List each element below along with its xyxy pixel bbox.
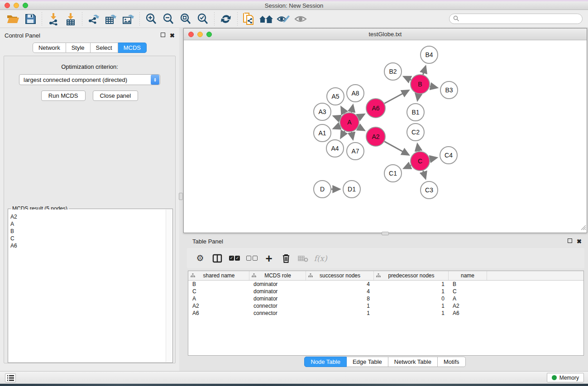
column-header-predecessor-nodes[interactable]: predecessor nodes (374, 271, 449, 280)
clone-network-icon[interactable] (240, 11, 258, 27)
delete-column-icon[interactable] (279, 252, 293, 265)
graph-edge-B-B3[interactable] (430, 86, 437, 87)
graph-edge-A-A7[interactable] (351, 132, 353, 139)
memory-label: Memory (559, 375, 579, 381)
open-session-icon[interactable] (5, 11, 22, 27)
cell-MCDS-role: connector (249, 310, 306, 316)
close-panel-button[interactable]: Close panel (93, 91, 139, 101)
column-header-MCDS-role[interactable]: MCDS role (249, 271, 306, 280)
float-table-panel-icon[interactable] (568, 238, 572, 244)
cell-successor-nodes: 4 (306, 288, 374, 295)
tab-node-table[interactable]: Node Table (304, 357, 347, 367)
result-scrollbar[interactable] (166, 210, 172, 362)
graph-edge-B-B4[interactable] (423, 67, 425, 75)
import-table-icon[interactable] (62, 11, 79, 27)
export-image-icon[interactable] (120, 11, 137, 27)
graph-edge-A-A2[interactable] (358, 127, 364, 130)
graph-edge-A2-C[interactable] (384, 142, 408, 155)
table-row[interactable]: Adominator80A (188, 295, 583, 302)
graph-edge-C-C2[interactable] (417, 144, 418, 152)
show-hide-graphics-icon[interactable] (275, 11, 292, 27)
network-window-titlebar[interactable]: testGlobe.txt (184, 29, 587, 40)
memory-button[interactable]: Memory (547, 373, 584, 382)
zoom-fit-icon[interactable] (177, 11, 194, 27)
cell-successor-nodes: 8 (306, 295, 374, 302)
column-layout-icon[interactable] (210, 252, 224, 265)
graph-node-label: D (320, 186, 325, 193)
graph-node-label: B3 (445, 86, 453, 94)
graph-edge-C-C3[interactable] (423, 171, 425, 178)
column-type-icon (376, 272, 381, 279)
graph-edge-A-A3[interactable] (334, 116, 340, 119)
gear-icon[interactable]: ⚙ (193, 252, 207, 265)
result-item[interactable]: B (10, 228, 164, 235)
run-mcds-button[interactable]: Run MCDS (41, 91, 86, 101)
task-history-button[interactable] (5, 373, 16, 382)
graph-node-label: A4 (331, 145, 339, 152)
vertical-split-handle[interactable] (179, 193, 183, 200)
tab-style[interactable]: Style (66, 43, 91, 53)
save-session-icon[interactable] (22, 11, 39, 27)
result-item[interactable]: C (10, 235, 164, 242)
mcds-panel: Optimization criterion: largest connecte… (4, 56, 176, 363)
network-window-title: testGlobe.txt (184, 31, 587, 38)
deselect-all-icon[interactable] (245, 252, 258, 265)
show-eye-icon[interactable] (292, 11, 309, 27)
status-bar: Memory (0, 371, 588, 384)
desktop-background (0, 384, 588, 386)
graph-edge-A-A1[interactable] (334, 126, 340, 129)
column-header-name[interactable]: name (449, 271, 487, 280)
result-item[interactable]: A (10, 220, 164, 228)
select-stepper-icon: ▲▼ (151, 75, 159, 85)
tab-motifs[interactable]: Motifs (438, 357, 466, 367)
select-all-icon[interactable]: ✓✓ (228, 252, 241, 265)
add-column-icon[interactable]: + (262, 252, 276, 265)
close-panel-icon[interactable]: ✖ (170, 33, 175, 38)
table-row[interactable]: A2connector11A2 (188, 302, 583, 310)
search-input[interactable] (449, 14, 583, 24)
zoom-selected-icon[interactable] (194, 11, 211, 27)
graph-edge-B-B1[interactable] (417, 94, 418, 100)
float-panel-icon[interactable] (161, 33, 165, 38)
zoom-in-icon[interactable] (143, 11, 160, 27)
export-network-icon[interactable] (85, 11, 102, 27)
graph-edge-A6-B[interactable] (384, 91, 408, 104)
tab-select[interactable]: Select (91, 43, 118, 53)
close-table-panel-icon[interactable]: ✖ (577, 238, 582, 244)
import-network-icon[interactable] (45, 11, 62, 27)
table-row[interactable]: Cdominator41C (188, 288, 583, 295)
zoom-out-icon[interactable] (160, 11, 177, 27)
function-builder-icon[interactable]: f(x) (314, 252, 327, 265)
graph-edge-B-B2[interactable] (404, 76, 411, 80)
tab-edge-table[interactable]: Edge Table (347, 357, 388, 367)
tab-mcds[interactable]: MCDS (118, 43, 147, 53)
column-header-successor-nodes[interactable]: successor nodes (306, 271, 374, 280)
graph-edge-A-A6[interactable] (358, 114, 364, 118)
column-header-shared-name[interactable]: shared name (188, 271, 249, 280)
network-canvas[interactable]: B4B2BB3A8A5A6A3B1AC2A1A2A4A7C4CC1DD1C3 (184, 40, 587, 233)
optimization-criterion-label: Optimization criterion: (61, 63, 118, 70)
export-table-icon[interactable] (102, 11, 120, 27)
tab-network[interactable]: Network (33, 43, 66, 53)
graph-edge-A-A8[interactable] (351, 105, 353, 112)
tab-network-table[interactable]: Network Table (388, 357, 438, 367)
table-row[interactable]: A6connector11A6 (188, 310, 583, 317)
graph-edge-A-A4[interactable] (341, 131, 344, 138)
cell-predecessor-nodes: 0 (374, 295, 449, 302)
graph-edge-C-C4[interactable] (430, 157, 437, 159)
node-table[interactable]: shared nameMCDS rolesuccessor nodesprede… (188, 271, 584, 356)
graph-edge-A-A5[interactable] (341, 107, 345, 114)
mcds-result-list[interactable]: A2ABCA6 (9, 210, 166, 362)
apply-layout-icon[interactable] (217, 11, 234, 27)
criterion-select[interactable]: largest connected component (directed) ▲… (19, 74, 160, 85)
horizontal-split-handle[interactable] (382, 232, 389, 235)
first-neighbors-icon[interactable] (258, 11, 275, 27)
network-view-window: testGlobe.txt B4B2BB3A8A5A6A3B1AC2A1A2A4… (183, 28, 587, 233)
graph-edge-C-C1[interactable] (404, 165, 411, 168)
result-item[interactable]: A2 (10, 213, 164, 220)
table-row[interactable]: Bdominator41B (188, 281, 583, 288)
cell-name: A2 (449, 303, 487, 309)
result-item[interactable]: A6 (10, 242, 164, 249)
delete-table-icon[interactable] (296, 252, 310, 265)
resize-grip[interactable] (580, 224, 586, 232)
